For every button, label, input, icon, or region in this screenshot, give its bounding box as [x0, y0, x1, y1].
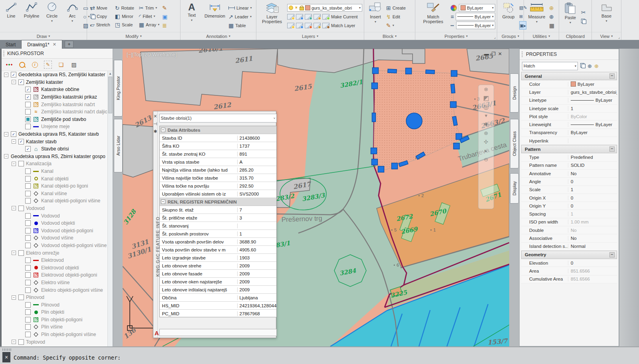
group-button[interactable]: Group: [499, 1, 518, 32]
layer-tree-item[interactable]: Zemljišče pod stavbo: [2, 116, 108, 123]
attribute-row[interactable]: Višina najvišje točke stavbe315.70: [160, 174, 277, 182]
layer-tree-item[interactable]: ✓Zemljiško katastrski prikaz: [2, 93, 108, 101]
layer-tree-item[interactable]: Elektrovod: [2, 257, 108, 264]
expand-icon[interactable]: −: [12, 340, 16, 344]
layer-checkbox[interactable]: ✓: [25, 146, 31, 152]
layer-checkbox[interactable]: [25, 191, 31, 196]
rotate-button[interactable]: ↻Rotate: [115, 4, 134, 12]
attribute-row[interactable]: Št. stavbe znotraj KO891: [160, 150, 277, 158]
property-value[interactable]: 0: [568, 196, 617, 200]
command-prompt[interactable]: Command: Specify opposite corner:: [14, 354, 121, 361]
layer-checkbox[interactable]: [18, 161, 24, 166]
layer-tree-item[interactable]: −Plinovod: [2, 294, 108, 301]
layer-tree-item[interactable]: Kanal višine: [2, 190, 108, 198]
object-type-combo[interactable]: Hatch▾: [522, 62, 578, 70]
attribute-row[interactable]: HS_MID24219364,128044: [160, 302, 277, 310]
viewcube-icon[interactable]: ◩: [483, 95, 489, 101]
layer-tree-item[interactable]: Plin objekti: [2, 309, 108, 316]
expand-icon[interactable]: −: [12, 139, 16, 144]
panel-label-modify[interactable]: Modify▾: [87, 32, 180, 40]
block-attributes-button[interactable]: ✎▾: [386, 22, 394, 29]
layer-checkbox[interactable]: ✓: [25, 94, 31, 100]
layer-checkbox[interactable]: ✓: [18, 79, 24, 85]
tab-king-prostor[interactable]: King.Prostor: [114, 60, 123, 117]
edit-block-button[interactable]: ↯Edit: [386, 13, 400, 20]
offset-button[interactable]: ≣: [162, 22, 167, 29]
attribute-row[interactable]: Št. pritlične etaže3: [160, 214, 277, 222]
property-row[interactable]: Hyperlink: [521, 137, 617, 145]
property-row[interactable]: Linetype scale1: [521, 105, 617, 113]
layer-checkbox[interactable]: [25, 257, 31, 263]
layer-checkbox[interactable]: [18, 295, 24, 300]
tab-drawing1[interactable]: Drawing1*✕: [21, 40, 62, 49]
paste-button[interactable]: Paste▾: [561, 1, 580, 32]
layer-tree-item[interactable]: Vodovod: [2, 212, 108, 220]
stretch-button[interactable]: ▱Stretch: [90, 21, 110, 28]
attribute-row[interactable]: Leto obnove strehe2009: [160, 262, 277, 270]
layer-properties-button[interactable]: Layer Properties: [258, 1, 286, 32]
layer-checkbox[interactable]: [25, 317, 31, 322]
layer-checkbox[interactable]: ✓: [11, 72, 16, 77]
property-value[interactable]: No: [568, 236, 617, 241]
properties-section-header[interactable]: Pattern−: [521, 145, 617, 153]
trim-button[interactable]: ✂Trim▾: [139, 4, 160, 12]
layer-tree-item[interactable]: Vodovod objekti: [2, 220, 108, 227]
collapse-icon[interactable]: −: [161, 128, 165, 132]
attribute-row[interactable]: Vrsta vpisa stavbeA: [160, 158, 277, 166]
tab-design[interactable]: Design: [510, 73, 519, 113]
expand-icon[interactable]: −: [12, 251, 16, 255]
dialog-settings-icon[interactable]: ✱: [153, 129, 157, 134]
layer-tree-item[interactable]: Elektro objekti-poligoni višine: [2, 286, 108, 294]
property-value[interactable]: ByLayer: [568, 81, 617, 87]
property-row[interactable]: Island detection s...Normal: [521, 243, 617, 251]
leader-button[interactable]: ↗Leader▾: [228, 13, 252, 20]
attribute-row[interactable]: Leto obnove inštalacij najstarejš2009: [160, 286, 277, 294]
panel-label-draw[interactable]: Draw▾: [0, 32, 87, 40]
layer-checkbox[interactable]: [25, 198, 31, 204]
property-row[interactable]: Pattern nameSOLID: [521, 162, 617, 170]
layer-tree-item[interactable]: ✓Katastrske občine: [2, 86, 108, 93]
text-button[interactable]: A Text▾: [182, 1, 201, 32]
measure-button[interactable]: Measure▾: [526, 1, 548, 32]
erase-button[interactable]: ✎: [162, 4, 167, 12]
layer-checkbox[interactable]: ✓: [18, 139, 24, 144]
tag-icon[interactable]: ❏: [58, 61, 65, 68]
layer-tree-item[interactable]: Plin objekti-poligoni višine: [2, 331, 108, 338]
attribute-row[interactable]: PC_MID27867968: [160, 310, 277, 317]
property-row[interactable]: Layergurs_ks_stavbe_obrisi_...: [521, 88, 617, 96]
insert-button[interactable]: Insert▾: [366, 1, 385, 32]
property-row[interactable]: AssociativeNo: [521, 234, 617, 242]
expand-icon[interactable]: −: [4, 132, 8, 136]
layer-tree-item[interactable]: −✓Kataster stavb: [2, 138, 108, 145]
info-icon[interactable]: i: [31, 61, 38, 68]
steering-icon[interactable]: ✣: [484, 139, 488, 144]
showmotion-icon[interactable]: ▸: [485, 148, 488, 153]
orbit-icon[interactable]: ◎: [483, 104, 489, 109]
attribute-row[interactable]: Št. stanovanj: [160, 222, 277, 230]
attribute-row[interactable]: ObčinaLjubljana: [160, 294, 277, 302]
layer-tree-item[interactable]: −Toplovod: [2, 338, 108, 346]
quick-calc-button[interactable]: ▦: [549, 22, 554, 29]
group-edit-button[interactable]: ⊞: [519, 12, 523, 20]
layer-tree-item[interactable]: Urejene meje: [2, 123, 108, 131]
close-icon[interactable]: ✕: [498, 51, 502, 57]
dialog-close-icon[interactable]: ✕: [153, 114, 157, 119]
layer-tree-item[interactable]: Kanal objekti-po ligoni: [2, 182, 108, 190]
table-button[interactable]: ▦Table: [228, 22, 246, 29]
property-value[interactable]: 851.6566: [568, 277, 617, 281]
linear-dimension-button[interactable]: Linear▾: [228, 4, 252, 12]
layer-checkbox[interactable]: [25, 302, 31, 308]
property-value[interactable]: 1: [568, 106, 617, 111]
command-close-button[interactable]: ✕: [2, 352, 10, 362]
match-layer-button[interactable]: Match Layer: [287, 22, 355, 29]
layer-tree-item[interactable]: −Geodetska uprava RS, Zbirni kataster go…: [2, 153, 108, 160]
attribute-row[interactable]: Vsota uporabnih površin delov3688.90: [160, 238, 277, 246]
property-value[interactable]: Predefined: [568, 155, 617, 160]
restore-icon[interactable]: ❐: [491, 51, 496, 57]
command-grip[interactable]: [2, 348, 11, 351]
toggle-pickadd-icon[interactable]: [580, 63, 585, 69]
property-value[interactable]: 0: [568, 179, 617, 184]
zoom-icon[interactable]: ⊕: [484, 131, 488, 136]
layer-tree-item[interactable]: ≈Zemljiško katastrski načrt daljice: [2, 108, 108, 116]
layer-checkbox[interactable]: [25, 324, 31, 330]
